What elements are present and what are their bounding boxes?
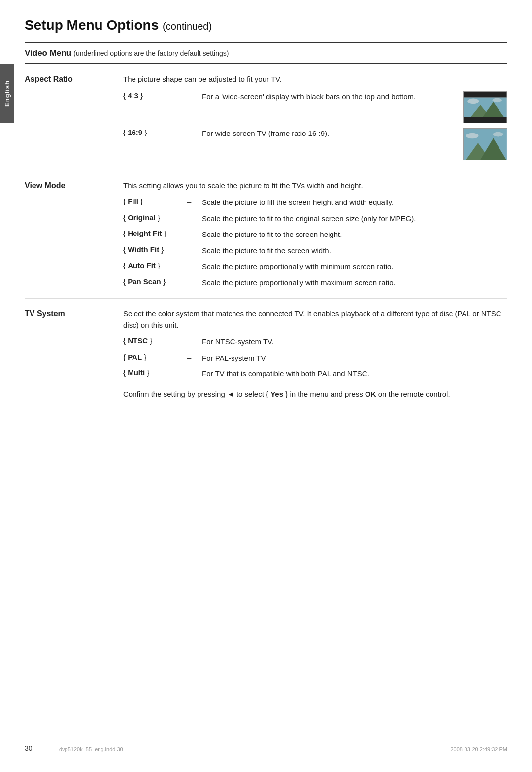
view-mode-description: This setting allows you to scale the pic… [123,180,507,192]
svg-point-6 [467,98,479,104]
option-row-43: { 4:3 } – For a 'wide-screen' display wi… [123,91,507,123]
tv-system-footer-note: Confirm the setting by pressing ◄ to sel… [123,389,507,400]
bottom-border-line [20,757,512,757]
tv-system-label: TV System [25,308,123,405]
option-dash-fill: – [187,197,202,206]
top-border-line [20,9,512,9]
video-menu-subtitle: (underlined options are the factory defa… [73,49,229,57]
option-dash-width-fit: – [187,245,202,254]
section-aspect-ratio: Aspect Ratio The picture shape can be ad… [25,64,507,170]
option-dash-height-fit: – [187,229,202,238]
option-desc-multi: For TV that is compatible with both PAL … [202,369,507,380]
option-dash-169: – [187,128,202,137]
option-row-pal: { PAL } – For PAL-system TV. [123,353,507,364]
option-desc-height-fit: Scale the picture to fit to the screen h… [202,229,507,240]
option-row-ntsc: { NTSC } – For NTSC-system TV. [123,336,507,348]
option-text-169: For wide-screen TV (frame ratio 16 :9). [202,128,456,139]
svg-point-12 [466,133,478,138]
option-key-height-fit: { Height Fit } [123,229,187,237]
video-menu-title: Video Menu [25,48,71,58]
option-key-multi: { Multi } [123,369,187,377]
option-desc-ntsc: For NTSC-system TV. [202,336,507,348]
option-key-auto-fit: { Auto Fit } [123,261,187,269]
option-key-original: { Original } [123,213,187,222]
option-dash-multi: – [187,369,202,377]
option-row-pan-scan: { Pan Scan } – Scale the picture proport… [123,277,507,289]
option-key-width-fit: { Width Fit } [123,245,187,254]
video-menu-header: Video Menu (underlined options are the f… [25,43,507,64]
svg-rect-1 [464,92,506,98]
option-key-pan-scan: { Pan Scan } [123,277,187,286]
option-key-43: { 4:3 } [123,91,187,100]
language-tab: English [0,64,14,123]
option-dash-ntsc: – [187,336,202,345]
aspect-ratio-label: Aspect Ratio [25,74,123,165]
language-tab-text: English [3,80,11,107]
tv-system-content: Select the color system that matches the… [123,308,507,405]
svg-point-7 [493,98,502,102]
image-169 [463,128,507,160]
option-row-169: { 16:9 } – For wide-screen TV (frame rat… [123,128,507,160]
svg-point-13 [493,132,503,136]
image-43 [463,91,507,123]
view-mode-label: View Mode [25,180,123,294]
main-content: Setup Menu Options (continued) Video Men… [25,0,507,410]
option-text-43: For a 'wide-screen' display with black b… [202,91,456,102]
view-mode-content: This setting allows you to scale the pic… [123,180,507,294]
option-dash-auto-fit: – [187,261,202,270]
option-dash-pan-scan: – [187,277,202,286]
option-desc-169: For wide-screen TV (frame ratio 16 :9). [202,128,507,160]
page-number: 30 [25,744,33,752]
option-dash-43: – [187,91,202,100]
option-key-ntsc: { NTSC } [123,336,187,345]
option-desc-43: For a 'wide-screen' display with black b… [202,91,507,123]
footer-timestamp: 2008-03-20 2:49:32 PM [450,746,507,752]
option-desc-pan-scan: Scale the picture proportionally with ma… [202,277,507,289]
section-view-mode: View Mode This setting allows you to sca… [25,170,507,299]
option-row-fill: { Fill } – Scale the picture to fill the… [123,197,507,208]
option-row-original: { Original } – Scale the picture to fit … [123,213,507,225]
option-desc-pal: For PAL-system TV. [202,353,507,364]
option-row-multi: { Multi } – For TV that is compatible wi… [123,369,507,380]
option-desc-fill: Scale the picture to fill the screen hei… [202,197,507,208]
aspect-ratio-description: The picture shape can be adjusted to fit… [123,74,507,85]
option-row-height-fit: { Height Fit } – Scale the picture to fi… [123,229,507,240]
option-key-fill: { Fill } [123,197,187,205]
option-desc-auto-fit: Scale the picture proportionally with mi… [202,261,507,272]
option-desc-width-fit: Scale the picture to fit the screen widt… [202,245,507,257]
option-desc-original: Scale the picture to fit to the original… [202,213,507,225]
footer-filename: dvp5120k_55_eng.indd 30 [59,746,123,752]
option-row-width-fit: { Width Fit } – Scale the picture to fit… [123,245,507,257]
tv-system-description: Select the color system that matches the… [123,308,507,331]
page: English Setup Menu Options (continued) V… [0,0,532,772]
option-dash-original: – [187,213,202,222]
aspect-ratio-content: The picture shape can be adjusted to fit… [123,74,507,165]
page-title-continued: (continued) [163,21,212,32]
page-title-main: Setup Menu Options [25,17,159,33]
svg-rect-2 [464,117,506,123]
section-tv-system: TV System Select the color system that m… [25,299,507,410]
option-key-pal: { PAL } [123,353,187,361]
option-dash-pal: – [187,353,202,362]
page-title: Setup Menu Options (continued) [25,17,507,33]
option-row-auto-fit: { Auto Fit } – Scale the picture proport… [123,261,507,272]
option-key-169: { 16:9 } [123,128,187,136]
